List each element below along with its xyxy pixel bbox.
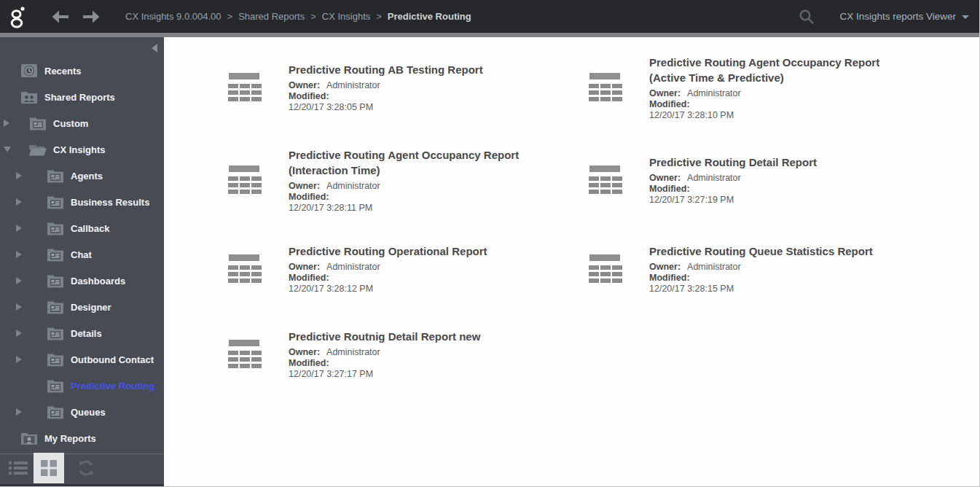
sidebar-item-label: Outbound Contact [71,354,154,365]
breadcrumb-separator: > [310,11,316,22]
owner-label: Owner: [649,173,681,183]
sidebar-item-agents[interactable]: Agents [0,163,164,189]
breadcrumb-cx-insights[interactable]: CX Insights [322,11,370,22]
report-folder-icon [46,326,65,340]
owner-value: Administrator [326,181,380,191]
sidebar-item-business-results[interactable]: Business Results [0,189,164,215]
sidebar-item-designer[interactable]: Designer [0,294,164,320]
breadcrumb-separator: > [376,11,382,22]
breadcrumb-current: Predictive Routing [388,11,471,22]
sidebar-item-label: Business Results [71,197,149,208]
modified-value: 12/20/17 3:28:11 PM [289,203,372,213]
expand-arrow-icon[interactable] [16,172,22,179]
expand-arrow-icon[interactable] [16,330,22,337]
owner-label: Owner: [289,347,320,357]
modified-value: 12/20/17 3:28:10 PM [649,110,734,120]
report-title[interactable]: Predictive Routing Agent Occupancy Repor… [289,147,551,178]
sidebar-item-label: My Reports [44,433,96,444]
expand-arrow-icon[interactable] [16,356,22,363]
expand-arrow-icon[interactable] [16,303,22,311]
sidebar-item-label: Agents [71,171,103,182]
report-folder-icon [46,221,65,235]
owner-label: Owner: [289,262,320,272]
forward-arrow-icon[interactable] [82,9,103,25]
main-content: Predictive Routing AB Testing Report Own… [164,37,979,487]
modified-label: Modified: [289,273,329,283]
sidebar-item-label: Queues [71,407,106,418]
grid-view-button[interactable] [34,453,64,483]
report-title[interactable]: Predictive Routing AB Testing Report [289,62,551,77]
sidebar-item-callback[interactable]: Callback [0,215,164,241]
sidebar-item-outbound-contact[interactable]: Outbound Contact [0,346,164,373]
modified-label: Modified: [289,192,329,202]
expand-arrow-icon[interactable] [16,408,22,416]
report-table-icon [228,73,262,102]
report-folder-icon [46,195,65,209]
report-folder-icon [46,378,65,393]
report-table-icon [228,340,262,369]
user-role-menu[interactable]: CX Insights reports Viewer [839,11,969,22]
sidebar-item-label: Details [71,328,102,339]
breadcrumb-shared-reports[interactable]: Shared Reports [238,11,305,22]
sidebar-item-dashboards[interactable]: Dashboards [0,268,164,294]
report-title[interactable]: Predictive Routing Operational Report [289,244,551,259]
sidebar-item-label: Custom [53,118,88,129]
expand-arrow-icon[interactable] [16,225,22,232]
my-reports-icon [20,431,39,445]
expand-arrow-icon[interactable] [16,277,22,284]
expand-arrow-icon[interactable] [16,251,22,258]
shared-reports-icon [20,90,39,104]
sidebar-item-chat[interactable]: Chat [0,241,164,268]
report-title[interactable]: Predictive Routnig Detail Report new [289,329,551,344]
sidebar-item-queues[interactable]: Queues [0,399,164,425]
modified-label: Modified: [649,273,690,283]
report-title[interactable]: Predictive Routing Detail Report [649,155,912,170]
sidebar: Recents Shared Reports Custom CX Insight… [0,37,164,487]
sidebar-item-predictive-routing[interactable]: Predictive Routing [0,373,164,399]
genesys-logo-icon[interactable] [0,4,36,29]
sidebar-item-my-reports[interactable]: My Reports [0,425,164,451]
modified-value: 12/20/17 3:27:19 PM [649,195,734,205]
modified-value: 12/20/17 3:27:17 PM [289,369,373,379]
breadcrumb-separator: > [227,11,233,22]
back-arrow-icon[interactable] [50,9,71,25]
report-card[interactable]: Predictive Routing Agent Occupancy Repor… [587,43,947,132]
search-icon[interactable] [799,9,815,25]
refresh-button[interactable] [71,455,101,481]
report-title[interactable]: Predictive Routing Queue Statistics Repo… [649,244,912,259]
expand-arrow-icon[interactable] [4,120,9,127]
sidebar-item-label: Shared Reports [44,92,115,103]
sidebar-item-label: CX Insights [53,144,106,155]
report-card[interactable]: Predictive Routing AB Testing Report Own… [226,43,587,132]
report-table-icon [228,254,262,284]
report-card[interactable]: Predictive Routing Agent Occupancy Repor… [226,132,587,228]
modified-label: Modified: [649,99,690,109]
report-card[interactable]: Predictive Routing Operational Report Ow… [226,228,587,310]
report-folder-icon [46,247,65,262]
expand-arrow-icon[interactable] [4,147,11,152]
sidebar-item-shared-reports[interactable]: Shared Reports [0,84,164,110]
modified-value: 12/20/17 3:28:05 PM [289,102,373,112]
list-view-button[interactable] [6,455,31,481]
report-card[interactable]: Predictive Routing Queue Statistics Repo… [587,228,947,310]
user-role-label: CX Insights reports Viewer [839,11,956,22]
report-folder-icon [46,352,65,367]
sidebar-item-details[interactable]: Details [0,320,164,346]
sidebar-item-label: Chat [71,249,92,260]
breadcrumb-root[interactable]: CX Insights 9.0.004.00 [125,11,222,22]
sidebar-item-label: Callback [71,223,109,234]
expand-arrow-icon[interactable] [16,198,22,206]
report-table-icon [228,165,262,195]
sidebar-item-custom[interactable]: Custom [0,110,164,136]
report-folder-icon [46,273,65,288]
sidebar-item-cx-insights[interactable]: CX Insights [0,136,164,163]
report-card[interactable]: Predictive Routing Detail Report Owner:A… [587,132,947,228]
report-card[interactable]: Predictive Routnig Detail Report new Own… [226,310,587,399]
owner-label: Owner: [649,88,681,98]
report-title[interactable]: Predictive Routing Agent Occupancy Repor… [649,55,912,85]
owner-label: Owner: [289,181,320,191]
sidebar-item-recents[interactable]: Recents [0,58,164,84]
modified-label: Modified: [289,91,329,101]
sidebar-collapse-icon[interactable] [152,44,157,52]
breadcrumb: CX Insights 9.0.004.00 > Shared Reports … [125,11,471,22]
